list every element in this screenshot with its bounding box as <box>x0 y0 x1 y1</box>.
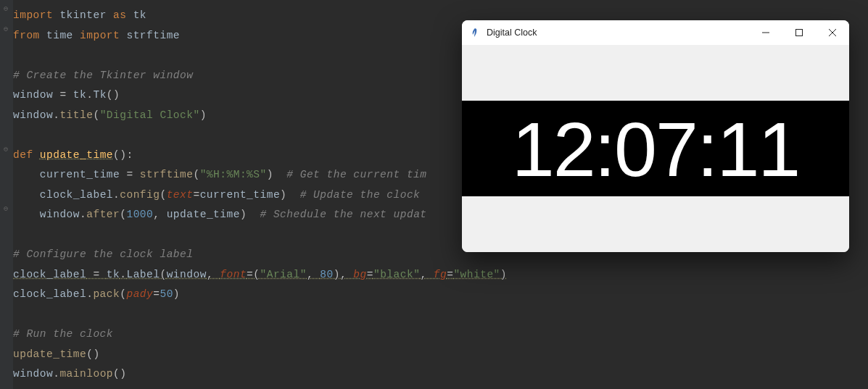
minimize-button[interactable] <box>749 20 782 45</box>
clock-label: 12:07:11 <box>462 101 849 196</box>
digital-clock-window[interactable]: Digital Clock 12:07:11 <box>462 20 849 252</box>
code-line[interactable]: # Run the clock <box>0 325 868 345</box>
gutter-mark-icon: ⊖ <box>4 25 8 33</box>
svg-rect-1 <box>796 30 803 36</box>
gutter-mark-icon: ⊖ <box>4 145 8 153</box>
code-line[interactable]: clock_label = tk.Label(window, font=("Ar… <box>0 265 868 285</box>
gutter-mark-icon: ⊖ <box>4 4 8 12</box>
maximize-icon <box>795 29 803 36</box>
window-body: 12:07:11 <box>462 45 849 252</box>
window-controls <box>749 20 849 45</box>
tk-feather-icon <box>469 27 481 38</box>
editor-gutter: ⊖ ⊖ ⊖ ⊖ <box>0 0 13 389</box>
code-line[interactable]: clock_label.pack(pady=50) <box>0 285 868 305</box>
maximize-button[interactable] <box>782 20 816 45</box>
code-line[interactable]: window.mainloop() <box>0 364 868 385</box>
titlebar[interactable]: Digital Clock <box>462 20 849 45</box>
close-button[interactable] <box>816 20 849 45</box>
code-line[interactable]: update_time() <box>0 345 868 365</box>
minimize-icon <box>762 29 769 36</box>
gutter-mark-icon: ⊖ <box>4 204 8 212</box>
window-title: Digital Clock <box>487 28 749 38</box>
close-icon <box>829 29 836 36</box>
code-line[interactable] <box>0 305 868 325</box>
